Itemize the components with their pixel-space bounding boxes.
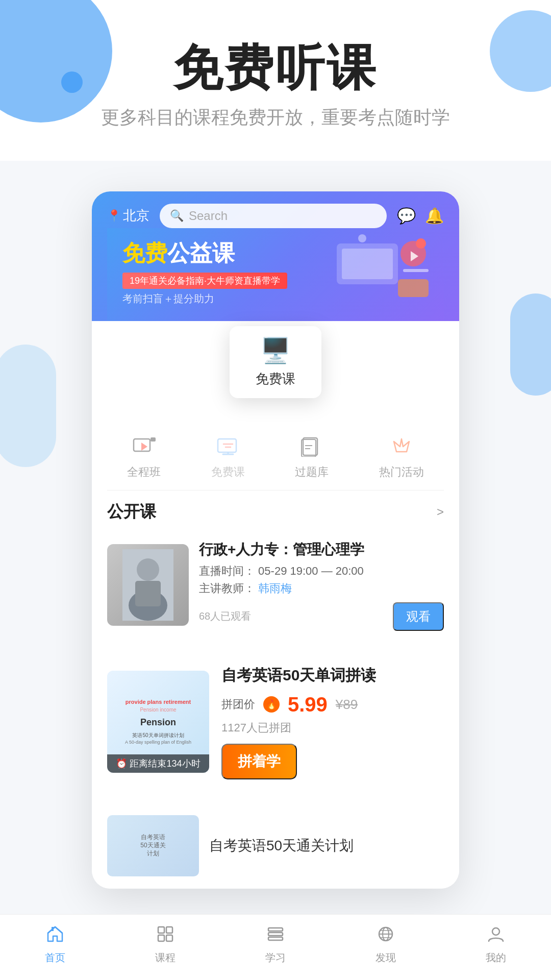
svg-point-4	[416, 238, 426, 249]
search-placeholder-text: Search	[189, 209, 228, 223]
blob-left	[0, 345, 56, 467]
teacher-label: 主讲教师：	[199, 582, 255, 595]
banner-illustration	[332, 233, 434, 300]
sold-count: 1127人已拼团	[221, 720, 444, 736]
svg-rect-7	[398, 279, 429, 297]
notification-icon[interactable]: 🔔	[425, 207, 444, 225]
app-mockup: 📍 北京 🔍 Search 💬 🔔 免费公益课 19年通关必备指南·大牛师资直播…	[92, 191, 459, 889]
svg-rect-29	[268, 928, 283, 931]
hero-section: 免费听课 更多科目的课程免费开放，重要考点随时学	[0, 0, 551, 161]
location-text: 北京	[123, 207, 149, 225]
nav-item-hot-activities[interactable]: 热门活动	[379, 434, 424, 480]
hero-title: 免费听课	[0, 41, 551, 95]
product-timer: ⏰ 距离结束134小时	[107, 754, 209, 773]
nav-discover[interactable]: 发现	[331, 925, 441, 965]
top-icons: 💬 🔔	[397, 207, 444, 225]
globe-icon	[377, 925, 395, 948]
svg-rect-11	[218, 439, 236, 452]
nav-item-free-course[interactable]: 免费课	[211, 434, 245, 480]
nav-discover-label: 发现	[375, 951, 396, 965]
popup-icon: 🖥️	[260, 336, 291, 365]
product-title-1: 自考英语50天单词拼读	[221, 665, 444, 686]
svg-point-21	[137, 558, 159, 581]
nav-study[interactable]: 学习	[220, 925, 331, 965]
location-tag[interactable]: 📍 北京	[107, 207, 149, 225]
nav-icon-box-3	[296, 434, 327, 459]
course-info: 行政+人力专：管理心理学 直播时间： 05-29 19:00 — 20:00 主…	[199, 540, 444, 631]
app-header: 📍 北京 🔍 Search 💬 🔔 免费公益课 19年通关必备指南·大牛师资直播…	[92, 191, 459, 321]
svg-rect-16	[303, 438, 317, 455]
home-icon	[46, 925, 64, 948]
buy-button[interactable]: 拼着学	[221, 744, 297, 779]
blob-right	[510, 293, 551, 396]
search-bar[interactable]: 🔍 Search	[160, 204, 387, 228]
nav-label-1: 全程班	[127, 464, 161, 480]
nav-label-2: 免费课	[211, 464, 245, 480]
nav-icon-box-2	[213, 434, 243, 459]
price-current: 5.99	[288, 693, 328, 716]
teacher-name: 韩雨梅	[258, 582, 292, 595]
nav-study-label: 学习	[265, 951, 286, 965]
svg-rect-27	[158, 935, 164, 941]
app-banner: 免费公益课 19年通关必备指南·大牛师资直播带学 考前扫盲＋提分助力	[107, 228, 444, 321]
user-icon	[487, 925, 505, 948]
list-icon	[266, 925, 285, 948]
banner-tag: 19年通关必备指南·大牛师资直播带学	[122, 273, 287, 289]
course-teacher: 主讲教师： 韩雨梅	[199, 581, 444, 596]
price-label: 拼团价	[221, 697, 255, 712]
nav-icons-row: 全程班 免费课	[92, 403, 459, 490]
course-bottom: 68人已观看 观看	[199, 602, 444, 631]
app-top-bar: 📍 北京 🔍 Search 💬 🔔	[107, 204, 444, 228]
hero-subtitle: 更多科目的课程免费开放，重要考点随时学	[0, 105, 551, 130]
course-title: 行政+人力专：管理心理学	[199, 540, 444, 559]
nav-label-3: 过题库	[295, 464, 329, 480]
popup-card: 🖥️ 免费课	[230, 326, 321, 398]
product-section-2: 自考英语50天通关计划 自考英语50天通关计划	[92, 803, 459, 889]
popup-label: 免费课	[256, 370, 295, 388]
section-more[interactable]: >	[437, 505, 444, 519]
banner-title-rest: 公益课	[167, 240, 235, 265]
product-section-1: provide plans retirement Pension income …	[92, 649, 459, 795]
svg-rect-28	[166, 935, 172, 941]
nav-section: 🖥️ 免费课 全程班	[92, 326, 459, 490]
svg-rect-10	[151, 437, 156, 442]
watch-button[interactable]: 观看	[393, 602, 444, 631]
course-thumbnail	[107, 544, 189, 626]
svg-rect-31	[268, 937, 283, 940]
clock-icon: ⏰	[116, 758, 127, 769]
timer-text: 距离结束134小时	[130, 758, 200, 769]
product-price-row: 拼团价 🔥 5.99 ¥89	[221, 693, 444, 716]
section-title: 公开课	[107, 501, 156, 523]
nav-home[interactable]: 首页	[0, 925, 110, 965]
location-icon: 📍	[107, 209, 121, 223]
svg-rect-26	[166, 927, 172, 933]
svg-point-37	[492, 928, 499, 935]
course-card: 行政+人力专：管理心理学 直播时间： 05-29 19:00 — 20:00 主…	[107, 531, 444, 639]
course-meta: 直播时间： 05-29 19:00 — 20:00	[199, 564, 444, 579]
nav-mine[interactable]: 我的	[441, 925, 551, 965]
svg-rect-3	[403, 269, 429, 272]
svg-rect-25	[158, 927, 164, 933]
nav-item-all-classes[interactable]: 全程班	[127, 434, 161, 480]
message-icon[interactable]: 💬	[397, 207, 416, 225]
nav-home-label: 首页	[45, 951, 65, 965]
nav-icon-box-1	[129, 434, 159, 459]
svg-rect-1	[342, 249, 393, 279]
nav-courses-label: 课程	[155, 951, 176, 965]
banner-title-highlight: 免费	[122, 240, 167, 265]
teacher-photo	[107, 544, 189, 626]
product-thumbnail: provide plans retirement Pension income …	[107, 671, 209, 773]
price-icon: 🔥	[263, 696, 280, 713]
svg-marker-9	[141, 443, 147, 451]
svg-rect-24	[52, 927, 54, 931]
product2-title: 自考英语50天通关计划	[209, 836, 444, 855]
mockup-wrapper: 📍 北京 🔍 Search 💬 🔔 免费公益课 19年通关必备指南·大牛师资直播…	[0, 191, 551, 909]
product-info-1: 自考英语50天单词拼读 拼团价 🔥 5.99 ¥89 1127人已拼团 拼着学	[221, 665, 444, 779]
grid-icon	[156, 925, 174, 948]
public-course-section: 公开课 > 行政+人力专：管理心理学	[92, 490, 459, 639]
nav-courses[interactable]: 课程	[110, 925, 220, 965]
svg-rect-30	[268, 933, 283, 936]
nav-icon-box-4	[386, 434, 417, 459]
nav-item-question-bank[interactable]: 过题库	[295, 434, 329, 480]
nav-mine-label: 我的	[486, 951, 506, 965]
